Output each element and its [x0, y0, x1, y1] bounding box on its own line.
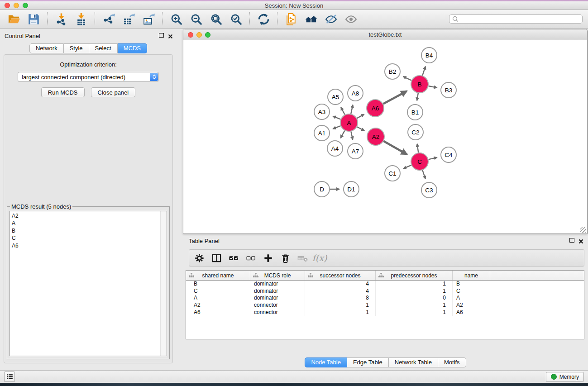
graph-node-A2[interactable]: A2: [367, 128, 384, 145]
mcds-result-item[interactable]: B: [12, 227, 167, 234]
graph-edge-A6-B[interactable]: [383, 91, 407, 104]
mcds-result-item[interactable]: C: [12, 234, 167, 242]
tab-motifs[interactable]: Motifs: [438, 357, 466, 367]
select-all-rows-button[interactable]: [228, 252, 239, 264]
mcds-result-list[interactable]: A2ABCA6: [10, 211, 167, 356]
table-cell[interactable]: 1: [376, 281, 453, 288]
table-cell[interactable]: B: [186, 281, 250, 288]
table-row[interactable]: A2connector11A2: [186, 302, 584, 309]
tab-network-table[interactable]: Network Table: [389, 357, 438, 367]
table-cell[interactable]: 1: [305, 309, 376, 316]
column-header-shared-name[interactable]: shared name: [186, 271, 250, 280]
graph-node-C[interactable]: C: [411, 153, 428, 170]
table-cell[interactable]: C: [453, 288, 490, 295]
open-session-button[interactable]: [5, 11, 22, 27]
table-cell[interactable]: dominator: [250, 281, 305, 288]
graph-edge-B-B3[interactable]: [429, 86, 437, 88]
graph-edge-A-A5[interactable]: [341, 107, 345, 114]
delete-columns-button[interactable]: [280, 252, 291, 264]
network-graph[interactable]: B4B2BB3B1A5A8A6A3AA1A2C2A4A7CC4C1C3DD1: [183, 40, 587, 234]
graph-node-A7[interactable]: A7: [348, 143, 363, 159]
graph-edge-B-B2[interactable]: [403, 76, 411, 81]
network-canvas[interactable]: B4B2BB3B1A5A8A6A3AA1A2C2A4A7CC4C1C3DD1: [183, 40, 587, 234]
graph-edge-A-A1[interactable]: [333, 126, 340, 129]
column-header-predecessor-nodes[interactable]: predecessor nodes: [376, 271, 453, 280]
graph-node-B[interactable]: B: [411, 76, 428, 93]
export-image-button[interactable]: [140, 11, 157, 27]
tab-mcds[interactable]: MCDS: [118, 43, 147, 53]
graph-node-C3[interactable]: C3: [421, 182, 437, 198]
table-cell[interactable]: A: [453, 295, 490, 302]
graph-node-A5[interactable]: A5: [328, 89, 343, 105]
tab-node-table[interactable]: Node Table: [305, 357, 347, 367]
table-cell[interactable]: 1: [376, 288, 453, 295]
network-from-selection-button[interactable]: [283, 11, 299, 27]
graph-edge-A-A6[interactable]: [357, 114, 364, 119]
table-cell[interactable]: 1: [376, 309, 453, 316]
window-close-button[interactable]: [5, 3, 10, 8]
tab-select[interactable]: Select: [89, 43, 118, 53]
table-cell[interactable]: dominator: [250, 295, 305, 302]
zoom-out-button[interactable]: [188, 11, 204, 27]
mcds-result-item[interactable]: A6: [12, 242, 167, 249]
memory-button[interactable]: Memory: [546, 372, 584, 382]
column-header-name[interactable]: name: [453, 271, 490, 280]
table-cell[interactable]: 0: [376, 295, 453, 302]
zoom-selected-button[interactable]: [228, 11, 244, 27]
first-neighbors-button[interactable]: [303, 11, 319, 27]
graph-edge-C-C1[interactable]: [403, 165, 411, 169]
window-minimize-button[interactable]: [14, 3, 19, 8]
network-zoom-button[interactable]: [205, 32, 210, 38]
close-panel-icon[interactable]: [168, 33, 173, 38]
float-table-panel-icon[interactable]: [569, 238, 574, 243]
graph-node-C2[interactable]: C2: [408, 124, 423, 140]
hide-selected-button[interactable]: [323, 11, 339, 27]
table-cell[interactable]: dominator: [250, 288, 305, 295]
table-cell[interactable]: A6: [186, 309, 250, 316]
result-scrollbar-track[interactable]: [160, 211, 167, 356]
mcds-result-item[interactable]: A: [12, 219, 167, 227]
network-window-titlebar[interactable]: testGlobe.txt: [183, 29, 587, 40]
task-history-button[interactable]: [4, 372, 15, 382]
graph-node-A6[interactable]: A6: [367, 100, 384, 117]
graph-node-A8[interactable]: A8: [348, 86, 363, 101]
table-row[interactable]: A6connector11A6: [186, 309, 584, 316]
resize-grip-icon[interactable]: [580, 227, 586, 233]
table-cell[interactable]: C: [186, 288, 250, 295]
table-row[interactable]: Bdominator41B: [186, 281, 584, 288]
import-table-button[interactable]: [73, 11, 89, 27]
mcds-result-item[interactable]: A2: [12, 212, 167, 219]
graph-edge-C-C2[interactable]: [417, 144, 419, 152]
table-cell[interactable]: connector: [250, 302, 305, 309]
close-panel-button[interactable]: Close panel: [91, 87, 136, 97]
zoom-fit-button[interactable]: [208, 11, 224, 27]
graph-node-A[interactable]: A: [340, 114, 358, 131]
toggle-panel-layout-button[interactable]: [211, 252, 222, 264]
tab-style[interactable]: Style: [64, 43, 89, 53]
table-row[interactable]: Adominator80A: [186, 295, 584, 302]
graph-edge-A-A4[interactable]: [340, 131, 344, 138]
graph-edge-A2-C[interactable]: [383, 141, 407, 154]
show-all-button[interactable]: [343, 11, 359, 27]
graph-node-D1[interactable]: D1: [344, 181, 359, 197]
import-network-button[interactable]: [53, 11, 69, 27]
graph-node-C4[interactable]: C4: [441, 147, 456, 162]
export-table-button[interactable]: [120, 11, 137, 27]
search-input[interactable]: [449, 14, 583, 24]
table-cell[interactable]: 4: [305, 281, 376, 288]
table-cell[interactable]: B: [453, 281, 490, 288]
float-panel-icon[interactable]: [159, 33, 164, 38]
run-mcds-button[interactable]: Run MCDS: [41, 87, 85, 97]
graph-node-A1[interactable]: A1: [314, 125, 330, 141]
graph-edge-B-B4[interactable]: [422, 67, 425, 76]
export-network-button[interactable]: [100, 11, 117, 27]
table-cell[interactable]: connector: [250, 309, 305, 316]
graph-edge-C-C3[interactable]: [422, 170, 425, 179]
table-cell[interactable]: A: [186, 295, 250, 302]
graph-node-B1[interactable]: B1: [407, 105, 423, 120]
table-cell[interactable]: 1: [376, 302, 453, 309]
graph-node-A3[interactable]: A3: [314, 104, 330, 119]
close-table-panel-icon[interactable]: [578, 238, 583, 243]
graph-edge-A-A8[interactable]: [351, 105, 353, 114]
graph-node-B2[interactable]: B2: [385, 64, 400, 79]
